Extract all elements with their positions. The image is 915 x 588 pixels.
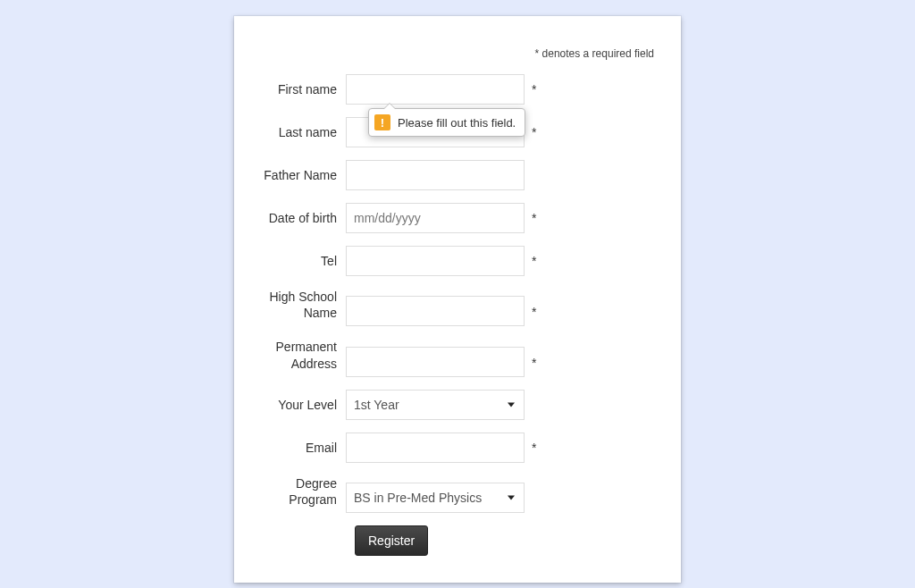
- required-star: *: [532, 211, 539, 225]
- row-tel: Tel *: [261, 246, 654, 276]
- registration-form: First name * ! Please fill out this fiel…: [261, 74, 654, 556]
- required-note: * denotes a required field: [535, 47, 654, 60]
- select-degree[interactable]: BS in Pre-Med Physics: [346, 483, 525, 513]
- row-dob: Date of birth *: [261, 203, 654, 233]
- row-degree: Degree Program BS in Pre-Med Physics: [261, 475, 654, 513]
- input-tel[interactable]: [346, 246, 525, 276]
- label-high-school: High School Name: [261, 289, 346, 326]
- row-father-name: Father Name: [261, 160, 654, 190]
- label-degree: Degree Program: [261, 475, 346, 513]
- row-email: Email *: [261, 433, 654, 463]
- registration-card: * denotes a required field First name * …: [234, 16, 681, 583]
- label-address: Permanent Address: [261, 339, 346, 376]
- warning-icon: !: [374, 114, 390, 130]
- required-star: *: [532, 254, 539, 268]
- required-star: *: [532, 441, 539, 455]
- required-star: *: [532, 125, 539, 139]
- select-degree-value: BS in Pre-Med Physics: [354, 491, 482, 505]
- label-dob: Date of birth: [261, 210, 346, 226]
- label-tel: Tel: [261, 253, 346, 269]
- label-first-name: First name: [261, 81, 346, 97]
- label-father-name: Father Name: [261, 167, 346, 183]
- chevron-down-icon: [508, 402, 515, 407]
- chevron-down-icon: [508, 496, 515, 500]
- label-level: Your Level: [261, 397, 346, 413]
- input-father-name[interactable]: [346, 160, 525, 190]
- label-last-name: Last name: [261, 124, 346, 140]
- required-star: *: [532, 356, 539, 377]
- input-first-name[interactable]: [346, 74, 525, 105]
- input-address[interactable]: [346, 347, 525, 377]
- row-level: Your Level 1st Year: [261, 390, 654, 420]
- validation-tooltip: ! Please fill out this field.: [368, 108, 525, 137]
- label-email: Email: [261, 440, 346, 456]
- select-level-value: 1st Year: [354, 398, 399, 412]
- required-star: *: [532, 82, 539, 97]
- row-address: Permanent Address *: [261, 339, 654, 376]
- row-high-school: High School Name *: [261, 289, 654, 326]
- button-row: Register: [355, 525, 654, 556]
- input-high-school[interactable]: [346, 296, 525, 326]
- row-first-name: First name * ! Please fill out this fiel…: [261, 74, 654, 105]
- required-star: *: [532, 305, 539, 326]
- input-dob[interactable]: [346, 203, 525, 233]
- tooltip-text: Please fill out this field.: [398, 116, 516, 130]
- register-button[interactable]: Register: [355, 525, 428, 556]
- input-email[interactable]: [346, 433, 525, 463]
- select-level[interactable]: 1st Year: [346, 390, 525, 420]
